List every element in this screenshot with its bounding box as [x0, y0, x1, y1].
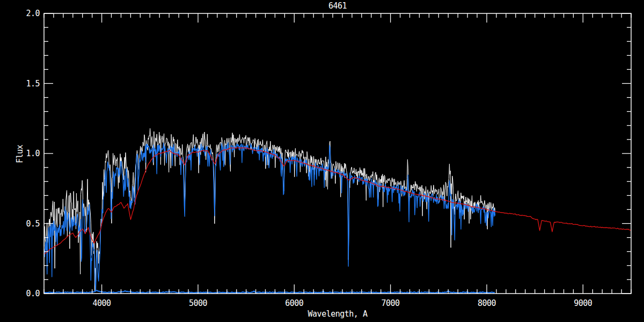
y-axis-label: Flux [15, 144, 25, 163]
axis-tick-labels: 4000500060007000800090000.00.51.01.52.0 [26, 9, 592, 308]
spectra-series [44, 128, 631, 292]
y-tick-label: 2.0 [26, 9, 40, 18]
x-tick-label: 7000 [382, 298, 400, 308]
y-tick-label: 0.0 [26, 289, 40, 298]
noise-floor-curve [44, 290, 494, 292]
y-tick-label: 1.5 [26, 79, 40, 89]
y-tick-label: 1.0 [26, 149, 40, 158]
x-tick-label: 9000 [574, 298, 592, 308]
x-tick-label: 4000 [93, 298, 112, 308]
x-tick-label: 6000 [285, 298, 304, 308]
plot-frame [44, 13, 631, 294]
y-tick-label: 0.5 [26, 219, 40, 229]
chart-title: 6461 [328, 1, 347, 11]
x-tick-label: 5000 [189, 298, 208, 308]
axis-ticks [44, 13, 631, 294]
spectral-plot-figure: 4000500060007000800090000.00.51.01.52.0 … [0, 0, 644, 322]
x-tick-label: 8000 [478, 298, 496, 308]
spectrum-chart: 4000500060007000800090000.00.51.01.52.0 … [0, 0, 644, 322]
x-axis-label: Wavelength, A [308, 309, 368, 319]
